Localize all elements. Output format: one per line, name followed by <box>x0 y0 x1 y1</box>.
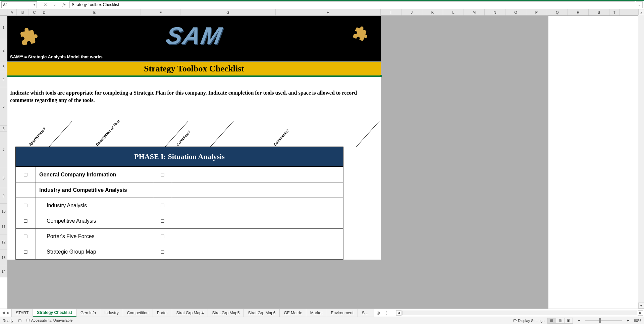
row-header-9[interactable]: 9 <box>0 188 7 204</box>
hscroll-left-button[interactable]: ◀ <box>396 310 401 316</box>
sheet-tab[interactable]: S … <box>358 309 374 317</box>
formula-input[interactable]: Strategy Toolbox Checklist <box>69 1 635 8</box>
puzzle-icon-right <box>351 24 371 44</box>
zoom-out-button[interactable]: − <box>576 318 582 323</box>
appropriate-checkbox[interactable]: ☐ <box>16 167 36 182</box>
column-header-O[interactable]: O <box>505 9 526 15</box>
sheet-tab[interactable]: Industry <box>100 309 123 317</box>
column-header-J[interactable]: J <box>401 9 422 15</box>
column-header-Q[interactable]: Q <box>547 9 568 15</box>
sheet-tab[interactable]: Market <box>306 309 327 317</box>
row-header-2[interactable]: 2 <box>0 39 7 61</box>
comments-cell[interactable] <box>172 198 343 213</box>
comments-cell[interactable] <box>172 167 343 182</box>
grid-viewport[interactable]: SAM SAMtw = Strategic Analysis Model tha… <box>7 16 638 309</box>
view-normal-button[interactable]: ▦ <box>547 318 556 324</box>
zoom-in-button[interactable]: + <box>625 318 631 323</box>
column-header-C[interactable]: C <box>29 9 40 15</box>
row-header-5[interactable]: 5 <box>0 87 7 126</box>
sheet-tab[interactable]: Porter <box>153 309 172 317</box>
row-header-1[interactable]: 1 <box>0 16 7 39</box>
sheet-tab[interactable]: START <box>12 309 33 317</box>
sheet-tab[interactable]: Strat Grp Map6 <box>244 309 280 317</box>
formula-expand-button[interactable]: ⌄ <box>636 1 643 8</box>
table-row: ☐Industry Analysis☐ <box>16 198 343 213</box>
formula-cancel-button[interactable]: ✕ <box>41 1 49 8</box>
row-header-14[interactable]: 14 <box>0 265 7 277</box>
column-header-B[interactable]: B <box>17 9 29 15</box>
appropriate-checkbox[interactable]: ☐ <box>16 229 36 244</box>
vertical-scrollbar[interactable]: ▴ ▾ <box>638 9 644 309</box>
complete-checkbox[interactable]: ☐ <box>153 229 172 244</box>
comments-cell[interactable] <box>172 229 343 244</box>
diag-header-description: Description of Tool <box>95 119 120 147</box>
sheet-tab[interactable]: Strat Grp Map5 <box>208 309 244 317</box>
column-header-E[interactable]: E <box>48 9 141 15</box>
appropriate-checkbox[interactable]: ☐ <box>16 213 36 229</box>
name-box[interactable]: A4 ▾ <box>1 1 37 8</box>
sheet-tab[interactable]: Strat Grp Map4 <box>172 309 208 317</box>
row-header-7[interactable]: 7 <box>0 132 7 168</box>
column-header-N[interactable]: N <box>485 9 505 15</box>
appropriate-checkbox[interactable]: ☐ <box>16 198 36 213</box>
column-header-G[interactable]: G <box>180 9 276 15</box>
comments-cell[interactable] <box>172 182 343 198</box>
column-header-K[interactable]: K <box>422 9 443 15</box>
row-header-6[interactable]: 6 <box>0 126 7 132</box>
sheet-tab[interactable]: Competition <box>123 309 153 317</box>
column-header-P[interactable]: P <box>526 9 547 15</box>
add-sheet-button[interactable]: ⊕ <box>374 309 383 317</box>
view-page-layout-button[interactable]: ▤ <box>556 318 565 324</box>
checklist-title-row[interactable]: Strategy Toolbox Checklist <box>7 61 381 76</box>
row-header-10[interactable]: 10 <box>0 204 7 219</box>
table-row: ☐Competitive Analysis☐ <box>16 213 343 229</box>
row-header-11[interactable]: 11 <box>0 219 7 234</box>
row-header-13[interactable]: 13 <box>0 250 7 265</box>
sheet-tab[interactable]: GE Matrix <box>280 309 306 317</box>
sheet-tab[interactable]: Gen Info <box>76 309 100 317</box>
appropriate-checkbox[interactable]: ☐ <box>16 244 36 260</box>
column-header-I[interactable]: I <box>381 9 401 15</box>
zoom-percent[interactable]: 80% <box>634 319 641 323</box>
zoom-slider[interactable] <box>585 320 622 321</box>
column-header-H[interactable]: H <box>276 9 381 15</box>
complete-checkbox[interactable]: ☐ <box>153 167 172 182</box>
column-headers[interactable]: ABCDEFGHIJKLMNOPQRST <box>7 9 638 16</box>
column-header-M[interactable]: M <box>464 9 485 15</box>
name-box-dropdown-icon[interactable]: ▾ <box>34 3 35 6</box>
row-header-8[interactable]: 8 <box>0 168 7 188</box>
column-header-F[interactable]: F <box>141 9 180 15</box>
tabs-next-button[interactable]: ▶ <box>7 311 9 315</box>
insert-function-button[interactable]: fx <box>60 1 68 8</box>
comments-cell[interactable] <box>172 213 343 229</box>
row-header-4[interactable]: 4 <box>0 72 7 87</box>
complete-checkbox[interactable]: ☐ <box>153 213 172 229</box>
scroll-up-arrow[interactable]: ▴ <box>638 9 644 15</box>
formula-bar: A4 ▾ ✕ ✓ fx Strategy Toolbox Checklist ⌄ <box>0 1 644 9</box>
complete-checkbox[interactable]: ☐ <box>153 198 172 213</box>
sheet-tab[interactable]: Strategy Checklist <box>33 309 76 317</box>
select-all-corner[interactable] <box>0 9 7 16</box>
horizontal-scrollbar[interactable]: ◀ ▶ <box>395 309 644 317</box>
row-header-12[interactable]: 12 <box>0 234 7 250</box>
scroll-down-arrow[interactable]: ▾ <box>638 303 644 309</box>
tool-description: Strategic Group Map <box>36 244 153 260</box>
hscroll-right-button[interactable]: ▶ <box>638 310 643 316</box>
view-page-break-button[interactable]: ▣ <box>564 318 573 324</box>
column-header-L[interactable]: L <box>443 9 464 15</box>
comments-cell[interactable] <box>172 244 343 260</box>
formula-commit-button[interactable]: ✓ <box>51 1 59 8</box>
macro-record-icon[interactable]: ▢ <box>18 318 21 323</box>
selection-fill-handle[interactable] <box>380 75 382 77</box>
tabs-prev-button[interactable]: ◀ <box>2 311 5 315</box>
column-header-T[interactable]: T <box>609 9 620 15</box>
complete-checkbox[interactable]: ☐ <box>153 244 172 260</box>
accessibility-status[interactable]: ⓘAccessibility: Unavailable <box>26 318 73 323</box>
column-header-R[interactable]: R <box>568 9 589 15</box>
sheet-tab[interactable]: Environment <box>327 309 358 317</box>
column-header-D[interactable]: D <box>40 9 48 15</box>
column-header-A[interactable]: A <box>7 9 17 15</box>
row-header-3[interactable]: 3 <box>0 61 7 72</box>
column-header-S[interactable]: S <box>589 9 609 15</box>
display-settings-button[interactable]: 🖵Display Settings <box>513 319 544 323</box>
